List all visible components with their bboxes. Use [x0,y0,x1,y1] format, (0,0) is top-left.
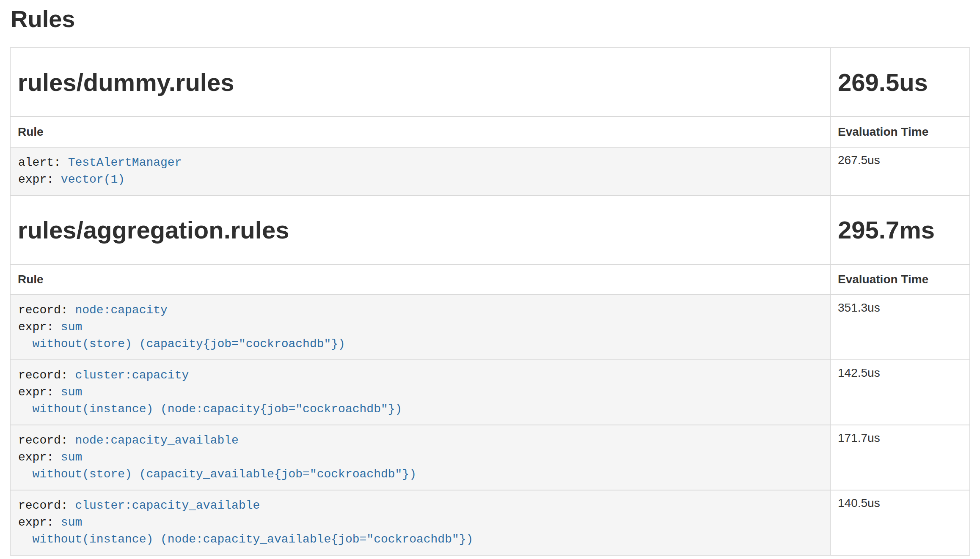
rule-definition-cell: record: cluster:capacity_available expr:… [10,490,830,555]
rule-row: record: cluster:capacity_available expr:… [10,490,970,555]
rule-group-evaluation-time: 269.5us [838,68,962,96]
rule-expression-link[interactable]: cluster:capacity_available [75,499,260,512]
rule-definition-cell: record: node:capacity expr: sum without(… [10,295,830,360]
rule-column-header: Rule [10,117,830,147]
rule-group-file-cell: rules/dummy.rules [10,48,830,117]
rule-row: record: node:capacity expr: sum without(… [10,295,970,360]
rule-group-evaluation-time-cell: 295.7ms [830,195,970,264]
rule-evaluation-time: 267.5us [830,147,970,195]
rule-definition-cell: alert: TestAlertManager expr: vector(1) [10,147,830,195]
rule-row: record: node:capacity_available expr: su… [10,425,970,490]
rule-expression-link[interactable]: vector(1) [61,173,125,186]
page-title: Rules [11,6,970,32]
rule-evaluation-time: 351.3us [830,295,970,360]
rule-definition: alert: TestAlertManager expr: vector(1) [18,154,822,188]
rule-definition: record: cluster:capacity expr: sum witho… [18,367,822,418]
rule-group-file-cell: rules/aggregation.rules [10,195,830,264]
rule-definition: record: node:capacity expr: sum without(… [18,302,822,353]
column-header-row: Rule Evaluation Time [10,117,970,147]
rules-table-body: rules/dummy.rules 269.5us Rule Evaluatio… [10,48,970,555]
rule-group-file: rules/dummy.rules [18,68,823,96]
rule-keyword: record: [18,304,75,317]
rule-keyword: expr: [18,516,61,529]
rule-expression-link[interactable]: node:capacity_available [75,434,238,447]
rule-group-evaluation-time: 295.7ms [838,216,962,244]
evaluation-time-column-header: Evaluation Time [830,117,970,147]
rule-definition: record: cluster:capacity_available expr:… [18,497,822,548]
rule-keyword: expr: [18,451,61,464]
rule-expression-link[interactable]: sum [61,321,82,334]
rules-table: rules/dummy.rules 269.5us Rule Evaluatio… [10,47,970,556]
rule-row: record: cluster:capacity expr: sum witho… [10,360,970,425]
rule-expression-link[interactable]: cluster:capacity [75,369,189,382]
rule-keyword: record: [18,434,75,447]
rule-expression-link[interactable]: TestAlertManager [68,156,182,169]
rule-keyword: expr: [18,321,61,334]
rule-expression-link[interactable]: sum [61,516,82,529]
rule-evaluation-time: 142.5us [830,360,970,425]
rule-column-header: Rule [10,264,830,295]
rule-expression-link[interactable]: without(instance) (node:capacity{job="co… [18,403,402,416]
rule-expression-link[interactable]: without(instance) (node:capacity_availab… [18,533,473,546]
rule-group-header-row: rules/aggregation.rules 295.7ms [10,195,970,264]
rule-definition: record: node:capacity_available expr: su… [18,432,822,483]
rule-evaluation-time: 140.5us [830,490,970,555]
rule-keyword: alert: [18,156,68,169]
rule-definition-cell: record: cluster:capacity expr: sum witho… [10,360,830,425]
rule-row: alert: TestAlertManager expr: vector(1) … [10,147,970,195]
rule-expression-link[interactable]: sum [61,451,82,464]
rule-keyword: record: [18,499,75,512]
rule-keyword: expr: [18,173,61,186]
rule-evaluation-time: 171.7us [830,425,970,490]
rule-keyword: expr: [18,386,61,399]
rule-expression-link[interactable]: sum [61,386,82,399]
rule-definition-cell: record: node:capacity_available expr: su… [10,425,830,490]
rule-expression-link[interactable]: without(store) (capacity_available{job="… [18,468,416,481]
rule-group-file: rules/aggregation.rules [18,216,823,244]
rule-expression-link[interactable]: without(store) (capacity{job="cockroachd… [18,337,345,351]
column-header-row: Rule Evaluation Time [10,264,970,295]
rule-expression-link[interactable]: node:capacity [75,304,167,317]
rule-keyword: record: [18,369,75,382]
rule-group-header-row: rules/dummy.rules 269.5us [10,48,970,117]
rules-page: Rules rules/dummy.rules 269.5us Rule Eva… [0,6,980,556]
rule-group-evaluation-time-cell: 269.5us [830,48,970,117]
evaluation-time-column-header: Evaluation Time [830,264,970,295]
